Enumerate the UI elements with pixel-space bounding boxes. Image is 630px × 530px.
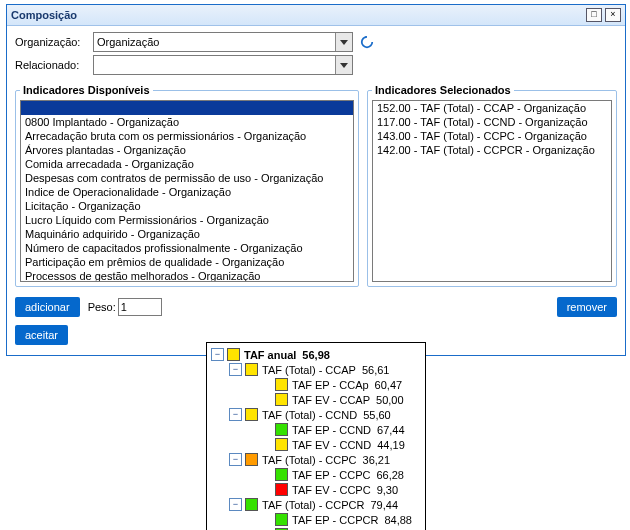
tree-label: TAF EP - CCPCR <box>292 514 378 526</box>
rel-select[interactable] <box>93 55 353 75</box>
tree-label: TAF EP - CCAp <box>292 379 369 391</box>
tree-value: 60,47 <box>375 379 403 391</box>
list-item[interactable]: Despesas com contratos de permissão de u… <box>21 171 353 185</box>
list-item[interactable]: 152.00 - TAF (Total) - CCAP - Organizaçã… <box>373 101 611 115</box>
tree-row[interactable]: −TAF (Total) - CCPC36,21 <box>211 452 421 467</box>
aceitar-button[interactable]: aceitar <box>15 325 68 345</box>
tree-value: 84,88 <box>384 514 412 526</box>
list-item[interactable]: Maquinário adquirido - Organização <box>21 227 353 241</box>
rel-input[interactable] <box>94 56 335 74</box>
tree-value: 67,44 <box>377 424 405 436</box>
list-item[interactable]: Participação em prêmios de qualidade - O… <box>21 255 353 269</box>
list-item[interactable]: Arrecadação bruta com os permissionários… <box>21 129 353 143</box>
selected-panel: Indicadores Selecionados 152.00 - TAF (T… <box>367 84 617 287</box>
close-button[interactable]: × <box>605 8 621 22</box>
tree-collapse-icon[interactable]: − <box>229 363 242 376</box>
tree-collapse-icon[interactable]: − <box>229 453 242 466</box>
list-item[interactable]: Comida arrecadada - Organização <box>21 157 353 171</box>
tree-row[interactable]: TAF EV - CCND44,19 <box>211 437 421 452</box>
org-label: Organização: <box>15 36 93 48</box>
tree-row[interactable]: TAF EP - CCPCR84,88 <box>211 512 421 527</box>
tree-collapse-icon[interactable]: − <box>211 348 224 361</box>
status-color-icon <box>245 498 258 511</box>
tree-row[interactable]: TAF EP - CCND67,44 <box>211 422 421 437</box>
org-input[interactable] <box>94 33 335 51</box>
chevron-down-icon[interactable] <box>335 56 352 74</box>
tree-value: 44,19 <box>377 439 405 451</box>
rel-label: Relacionado: <box>15 59 93 71</box>
status-color-icon <box>245 408 258 421</box>
tree-value: 50,00 <box>376 394 404 406</box>
status-color-icon <box>227 348 240 361</box>
maximize-button[interactable]: □ <box>586 8 602 22</box>
tree-value: 36,21 <box>363 454 391 466</box>
status-color-icon <box>275 393 288 406</box>
tree-row[interactable]: TAF EV - CCPC9,30 <box>211 482 421 497</box>
composition-window: Composição □ × Organização: Relacionado: <box>6 4 626 356</box>
tree-collapse-icon[interactable]: − <box>229 408 242 421</box>
status-color-icon <box>245 363 258 376</box>
tree-label: TAF anual <box>244 349 296 361</box>
peso-label: Peso: <box>88 301 116 313</box>
status-color-icon <box>275 483 288 496</box>
selected-listbox[interactable]: 152.00 - TAF (Total) - CCAP - Organizaçã… <box>372 100 612 282</box>
tree-row[interactable]: −TAF (Total) - CCND55,60 <box>211 407 421 422</box>
tree-row[interactable]: −TAF (Total) - CCPCR79,44 <box>211 497 421 512</box>
status-color-icon <box>275 468 288 481</box>
tree-collapse-icon[interactable]: − <box>229 498 242 511</box>
list-item[interactable]: 117.00 - TAF (Total) - CCND - Organizaçã… <box>373 115 611 129</box>
list-item[interactable]: Licitação - Organização <box>21 199 353 213</box>
status-color-icon <box>275 513 288 526</box>
tree-row[interactable]: −TAF (Total) - CCAP56,61 <box>211 362 421 377</box>
window-title: Composição <box>11 9 77 21</box>
chevron-down-icon[interactable] <box>335 33 352 51</box>
org-select[interactable] <box>93 32 353 52</box>
list-item[interactable]: Árvores plantadas - Organização <box>21 143 353 157</box>
available-panel: Indicadores Disponíveis 0800 Implantado … <box>15 84 359 287</box>
tree-label: TAF EP - CCPC <box>292 469 370 481</box>
remover-button[interactable]: remover <box>557 297 617 317</box>
status-color-icon <box>275 438 288 451</box>
list-item[interactable]: 142.00 - TAF (Total) - CCPCR - Organizaç… <box>373 143 611 157</box>
tree-row[interactable]: −TAF anual56,98 <box>211 347 421 362</box>
selected-legend: Indicadores Selecionados <box>372 84 514 96</box>
tree-label: TAF EV - CCND <box>292 439 371 451</box>
list-item[interactable]: 0800 Implantado - Organização <box>21 115 353 129</box>
list-item[interactable]: Processos de gestão melhorados - Organiz… <box>21 269 353 282</box>
tree-row[interactable]: TAF EV - CCAP50,00 <box>211 392 421 407</box>
tree-label: TAF (Total) - CCPC <box>262 454 357 466</box>
tree-panel: −TAF anual56,98−TAF (Total) - CCAP56,61T… <box>206 342 426 530</box>
tree-label: TAF (Total) - CCND <box>262 409 357 421</box>
list-item[interactable] <box>21 101 353 115</box>
status-color-icon <box>275 378 288 391</box>
titlebar: Composição □ × <box>7 5 625 26</box>
tree-label: TAF (Total) - CCAP <box>262 364 356 376</box>
tree-label: TAF EV - CCPC <box>292 484 371 496</box>
tree-value: 56,98 <box>302 349 330 361</box>
list-item[interactable]: Indice de Operacionalidade - Organização <box>21 185 353 199</box>
tree-value: 55,60 <box>363 409 391 421</box>
form-area: Organização: Relacionado: <box>7 26 625 80</box>
tree-value: 56,61 <box>362 364 390 376</box>
tree-label: TAF EP - CCND <box>292 424 371 436</box>
list-item[interactable]: Lucro Líquido com Permissionários - Orga… <box>21 213 353 227</box>
tree-value: 9,30 <box>377 484 398 496</box>
status-color-icon <box>245 453 258 466</box>
tree-row[interactable]: TAF EP - CCAp60,47 <box>211 377 421 392</box>
list-item[interactable]: Número de capacitados profissionalmente … <box>21 241 353 255</box>
available-listbox[interactable]: 0800 Implantado - OrganizaçãoArrecadação… <box>20 100 354 282</box>
adicionar-button[interactable]: adicionar <box>15 297 80 317</box>
status-color-icon <box>275 423 288 436</box>
tree-value: 66,28 <box>376 469 404 481</box>
peso-input[interactable] <box>118 298 162 316</box>
available-legend: Indicadores Disponíveis <box>20 84 153 96</box>
tree-row[interactable]: TAF EP - CCPC66,28 <box>211 467 421 482</box>
tree-label: TAF (Total) - CCPCR <box>262 499 364 511</box>
tree-label: TAF EV - CCAP <box>292 394 370 406</box>
list-item[interactable]: 143.00 - TAF (Total) - CCPC - Organizaçã… <box>373 129 611 143</box>
refresh-icon[interactable] <box>359 34 375 50</box>
tree-value: 79,44 <box>370 499 398 511</box>
